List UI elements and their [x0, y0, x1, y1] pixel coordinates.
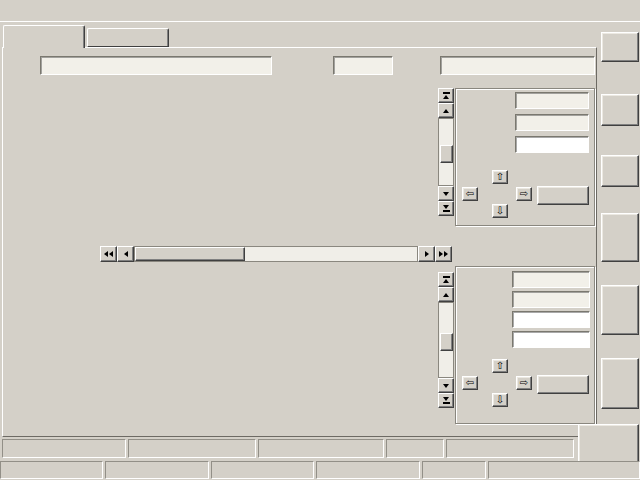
arrow-left-icon: ⇦: [466, 378, 474, 388]
status-elapsed-time: [446, 439, 574, 458]
arrow-up-icon: ⇧: [496, 172, 504, 182]
blank-button-3[interactable]: [601, 358, 639, 409]
limit-field[interactable]: [515, 136, 589, 153]
rep-scroll-track[interactable]: [438, 302, 454, 378]
arrow-down-icon: ⇩: [496, 206, 504, 216]
status-cell-empty-1: [2, 439, 126, 458]
status2-cell-2: [105, 461, 209, 479]
scroll-thumb[interactable]: [135, 247, 245, 261]
tab-pts-analysis[interactable]: [87, 28, 169, 47]
menu-file[interactable]: [0, 4, 14, 10]
jitter-scroll-bottom-button[interactable]: [438, 201, 454, 216]
arrow-left-icon: [109, 251, 113, 257]
menu-setup[interactable]: [34, 4, 48, 10]
arrow-left-icon: ⇦: [466, 189, 474, 199]
status-measurement: [128, 439, 256, 458]
time-hscrollbar[interactable]: [100, 246, 452, 262]
application-window: ⇧ ⇦ ⇨ ⇩ ⇧ ⇦ ⇨ ⇩: [0, 0, 640, 480]
arrow-down-icon: ⇩: [496, 395, 504, 405]
stop-button[interactable]: [601, 94, 639, 126]
menu-help[interactable]: [51, 4, 65, 10]
arrow-up-icon: [443, 293, 449, 297]
lim-lower-field[interactable]: [512, 331, 590, 348]
arrow-right-icon: [425, 251, 429, 257]
arrow-up-icon: ⇧: [496, 361, 504, 371]
clear-button[interactable]: [601, 155, 639, 187]
status2-config: [422, 461, 486, 479]
start-button[interactable]: [601, 32, 639, 62]
jitter-scale-right-button[interactable]: ⇨: [516, 187, 532, 201]
arrow-right-icon: ⇨: [520, 378, 528, 388]
arrow-right-icon: ⇨: [520, 189, 528, 199]
bar-icon: [443, 402, 450, 404]
rep-scale-right-button[interactable]: ⇨: [516, 376, 532, 390]
scroll-far-right-button[interactable]: [435, 246, 452, 262]
max-field: [512, 271, 590, 288]
jitter-vscrollbar[interactable]: [438, 88, 454, 216]
bar-icon: [443, 210, 450, 212]
rep-scale-left-button[interactable]: ⇦: [462, 376, 478, 390]
jitter-scroll-top-button[interactable]: [438, 88, 454, 103]
status2-cell-1: [0, 461, 103, 479]
arrow-down-icon: [443, 384, 449, 388]
bar-icon: [443, 92, 450, 94]
arrow-up-icon: [443, 95, 449, 99]
jitter-scroll-down-button[interactable]: [438, 186, 454, 201]
arrow-up-icon: [443, 279, 449, 283]
pcr-pid-field[interactable]: [333, 56, 393, 75]
tab-pcr-analysis[interactable]: [3, 25, 85, 48]
min-field: [512, 291, 590, 308]
jitter-scale-down-button[interactable]: ⇩: [492, 204, 508, 218]
neg-pk-field: [515, 114, 589, 131]
arrow-right-icon: [444, 251, 448, 257]
status2-cell-6: [488, 461, 640, 479]
rep-rescale-button[interactable]: [537, 375, 589, 394]
rep-scroll-up-button[interactable]: [438, 287, 454, 302]
arrow-down-icon: [443, 205, 449, 209]
jitter-chart: [88, 84, 440, 226]
jitter-scroll-up-button[interactable]: [438, 103, 454, 118]
blank-button-1[interactable]: [601, 213, 639, 262]
rep-scale-up-button[interactable]: ⇧: [492, 359, 508, 373]
rep-scroll-top-button[interactable]: [438, 272, 454, 287]
status2-cell-3: [211, 461, 314, 479]
jitter-rescale-button[interactable]: [537, 186, 589, 205]
status-running-badge: [386, 439, 444, 458]
menu-view[interactable]: [17, 4, 31, 10]
rep-scale-down-button[interactable]: ⇩: [492, 393, 508, 407]
scroll-right-button[interactable]: [418, 246, 435, 262]
jitter-scroll-track[interactable]: [438, 118, 454, 186]
arrow-left-icon: [124, 251, 128, 257]
scroll-track[interactable]: [134, 246, 418, 262]
scroll-far-left-button[interactable]: [100, 246, 117, 262]
rep-scroll-down-button[interactable]: [438, 378, 454, 393]
jitter-scale-left-button[interactable]: ⇦: [462, 187, 478, 201]
service-field[interactable]: [40, 56, 272, 75]
arrow-down-icon: [443, 192, 449, 196]
jitter-scale-up-button[interactable]: ⇧: [492, 170, 508, 184]
status-profile: [258, 439, 384, 458]
arrow-down-icon: [443, 397, 449, 401]
lim-upper-field[interactable]: [512, 311, 590, 328]
rep-scroll-thumb[interactable]: [440, 333, 453, 351]
pcr-to-field[interactable]: [440, 56, 595, 75]
scroll-left-button[interactable]: [117, 246, 134, 262]
menu-bar: [0, 0, 640, 22]
rep-vscrollbar[interactable]: [438, 272, 454, 408]
arrow-left-icon: [104, 251, 108, 257]
rep-scroll-bottom-button[interactable]: [438, 393, 454, 408]
status2-history-indicator: [316, 461, 420, 479]
jitter-scroll-thumb[interactable]: [440, 145, 453, 163]
arrow-up-icon: [443, 109, 449, 113]
arrow-right-icon: [439, 251, 443, 257]
blank-button-2[interactable]: [601, 285, 639, 335]
repetition-chart: [88, 264, 440, 417]
pos-pk-field: [515, 92, 589, 109]
bar-icon: [443, 276, 450, 278]
